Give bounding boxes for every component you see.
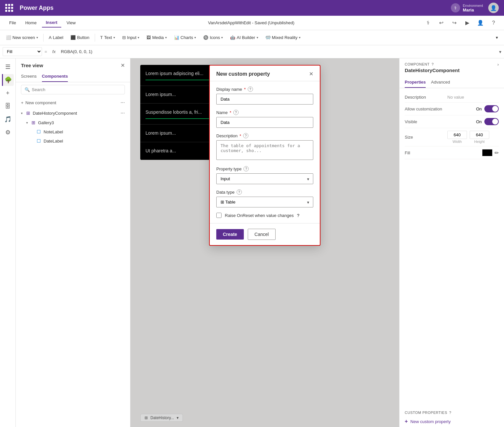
component-ellipsis[interactable]: ··· <box>121 110 125 116</box>
allow-customization-toggle[interactable] <box>484 105 499 112</box>
text-chevron: ▾ <box>113 36 115 39</box>
fill-swatch[interactable] <box>482 149 493 156</box>
toolbar-text[interactable]: T Text ▾ <box>97 33 118 42</box>
dialog-close-button[interactable]: ✕ <box>309 71 313 77</box>
tree-item-gallery3[interactable]: ▾ ⊞ Gallery3 <box>16 118 130 127</box>
toolbar-button[interactable]: ⬛ Button <box>67 33 93 42</box>
raise-on-reset-help[interactable]: ? <box>297 213 299 218</box>
tree-tab-components[interactable]: Components <box>42 71 68 82</box>
tree-item-date-label[interactable]: › ☐ DateLabel <box>16 136 130 146</box>
ai-builder-icon: 🤖 <box>230 35 235 40</box>
toolbar: ⬜ New screen ▾ A Label ⬛ Button T Text ▾… <box>0 30 504 45</box>
toolbar-new-screen[interactable]: ⬜ New screen ▾ <box>3 33 41 42</box>
sidebar-vars-icon[interactable]: ⚙ <box>2 126 14 138</box>
menu-bar: File Home Insert View VanArsdelAppWithEd… <box>0 16 504 30</box>
cancel-button[interactable]: Cancel <box>248 229 276 240</box>
data-type-select-wrapper: ⊞ Table Record Text Number Boolean <box>216 197 313 207</box>
width-label: Width <box>453 140 462 144</box>
raise-on-reset-checkbox[interactable] <box>216 213 222 218</box>
person-icon[interactable]: 👤 <box>475 18 486 28</box>
sidebar-media-icon[interactable]: 🎵 <box>2 113 14 125</box>
data-type-help[interactable]: ? <box>237 189 242 195</box>
menu-file[interactable]: File <box>5 18 20 27</box>
user-avatar[interactable]: 👤 <box>488 3 499 13</box>
main-area: ☰ 🌳 + 🗄 🎵 ⚙ Tree view ✕ Screens Componen… <box>0 58 504 427</box>
property-type-help[interactable]: ? <box>243 166 249 171</box>
tree-tab-screens[interactable]: Screens <box>21 71 37 82</box>
property-type-select[interactable]: Input Output <box>216 173 313 184</box>
ai-builder-chevron: ▾ <box>257 36 258 39</box>
description-help[interactable]: ? <box>243 133 248 138</box>
new-custom-prop-button[interactable]: + New custom property <box>399 416 504 427</box>
menu-view[interactable]: View <box>63 18 80 27</box>
toolbar-icons[interactable]: 🔘 Icons ▾ <box>200 33 226 42</box>
help-icon[interactable]: ? <box>488 18 499 28</box>
data-type-select[interactable]: ⊞ Table Record Text Number Boolean <box>216 197 313 207</box>
toolbar-label[interactable]: A Label <box>46 33 67 42</box>
dialog-footer: Create Cancel <box>210 223 320 245</box>
right-panel-chevron[interactable]: › <box>497 62 499 67</box>
toolbar-input[interactable]: ⊟ Input ▾ <box>119 33 143 42</box>
tree-item-date-history-component[interactable]: ▾ ⊞ DateHistoryComponent ··· <box>16 108 130 118</box>
new-component-ellipsis[interactable]: ··· <box>121 100 125 106</box>
property-selector[interactable]: Fill <box>3 47 42 56</box>
menu-home[interactable]: Home <box>21 18 41 27</box>
toolbar-ai-builder[interactable]: 🤖 AI Builder ▾ <box>227 33 261 42</box>
sidebar-database-icon[interactable]: 🗄 <box>2 100 14 112</box>
right-panel-tabs: Properties Advanced <box>399 77 504 88</box>
play-icon[interactable]: ▶ <box>462 18 473 28</box>
fill-edit-icon[interactable]: ✏ <box>494 150 499 156</box>
formula-bar: Fill = fx ▾ <box>0 45 504 58</box>
display-name-help[interactable]: ? <box>248 87 253 92</box>
component-name: DateHistoryComponent <box>405 68 499 73</box>
prop-size: Size Width Height <box>405 128 499 146</box>
new-screen-icon: ⬜ <box>6 35 11 40</box>
sidebar-add-icon[interactable]: + <box>2 87 14 99</box>
menu-insert[interactable]: Insert <box>42 18 61 28</box>
tree-panel-close[interactable]: ✕ <box>121 62 125 68</box>
display-name-input[interactable] <box>216 94 313 105</box>
toolbar-charts[interactable]: 📊 Charts ▾ <box>171 33 199 42</box>
undo-icon[interactable]: ↩ <box>436 18 446 28</box>
tab-advanced[interactable]: Advanced <box>431 77 450 88</box>
fx-label: fx <box>50 49 58 54</box>
canvas-area[interactable]: Lorem ipsum adipiscing eli... Lorem ipsu… <box>130 58 399 427</box>
environment-info[interactable]: ⚕ Environment Maria <box>451 3 483 12</box>
sidebar-tree-icon[interactable]: 🌳 <box>2 74 14 86</box>
width-input[interactable] <box>447 131 467 139</box>
height-input[interactable] <box>470 131 489 139</box>
toolbar-more[interactable]: ▾ <box>493 33 501 42</box>
icons-icon: 🔘 <box>203 35 208 40</box>
toolbar-mixed-reality[interactable]: 🥽 Mixed Reality ▾ <box>262 33 304 42</box>
create-button[interactable]: Create <box>216 229 244 240</box>
redo-icon[interactable]: ↪ <box>449 18 459 28</box>
toolbar-media[interactable]: 🖼 Media ▾ <box>143 33 170 42</box>
description-input[interactable] <box>216 140 313 160</box>
new-component-row[interactable]: + New component ··· <box>16 97 130 108</box>
description-prop-label: Description <box>405 95 447 100</box>
stethoscope-icon[interactable]: ⚕ <box>423 18 433 28</box>
tab-properties[interactable]: Properties <box>405 77 426 88</box>
tree-item-note-label[interactable]: › ☐ NoteLabel <box>16 127 130 136</box>
name-input[interactable] <box>216 117 313 128</box>
environment-icon: ⚕ <box>451 3 460 12</box>
custom-props-help[interactable]: ? <box>449 411 452 415</box>
formula-input[interactable] <box>60 48 498 55</box>
formula-chevron[interactable]: ▾ <box>499 49 501 54</box>
sidebar-menu-icon[interactable]: ☰ <box>2 61 14 73</box>
search-input[interactable] <box>32 87 121 92</box>
size-inputs: Width Height <box>447 131 489 144</box>
right-panel: COMPONENT ? › DateHistoryComponent Prope… <box>399 58 504 427</box>
waffle-icon[interactable] <box>5 4 13 12</box>
more-icon: ▾ <box>496 35 498 40</box>
charts-icon: 📊 <box>174 35 179 40</box>
new-custom-property-dialog: New custom property ✕ Display name * ? <box>209 65 320 246</box>
display-name-label: Display name * ? <box>216 87 313 92</box>
visible-toggle[interactable] <box>484 118 499 125</box>
dialog-body: Display name * ? Name * ? <box>210 81 320 223</box>
name-help[interactable]: ? <box>233 110 239 115</box>
tree-items: ▾ ⊞ DateHistoryComponent ··· ▾ ⊞ Gallery… <box>16 108 130 427</box>
component-help-icon[interactable]: ? <box>432 62 434 66</box>
new-custom-prop-plus-icon: + <box>405 418 408 424</box>
right-panel-header: COMPONENT ? › DateHistoryComponent <box>399 58 504 74</box>
